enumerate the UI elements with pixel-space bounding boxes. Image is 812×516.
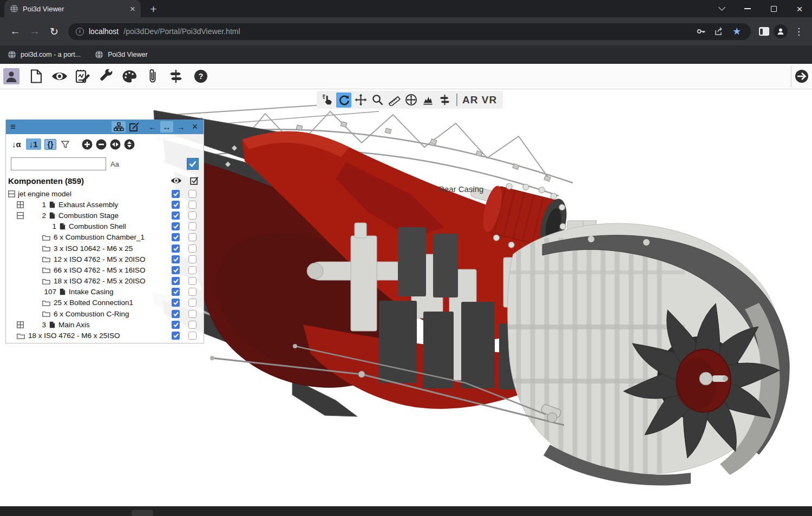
expand-all-button[interactable]	[82, 139, 93, 150]
visibility-checkbox[interactable]	[172, 288, 180, 296]
visibility-checkbox[interactable]	[172, 266, 180, 274]
site-info-icon[interactable]: i	[76, 28, 84, 36]
component-label[interactable]: 18 x ISO 4762 - M5 x 20ISO	[54, 277, 146, 285]
component-label[interactable]: Main Axis	[58, 321, 90, 329]
visibility-checkbox[interactable]	[172, 255, 180, 263]
selection-checkbox[interactable]	[188, 190, 197, 198]
dock-right-button[interactable]: →	[174, 121, 187, 133]
fit-view-tool[interactable]	[403, 92, 418, 108]
match-case-toggle[interactable]: Aa	[110, 160, 119, 168]
edit-mode-button[interactable]	[127, 121, 141, 133]
selection-checkbox[interactable]	[188, 332, 197, 340]
share-icon[interactable]	[712, 25, 725, 38]
viewport-3d[interactable]: Rear Casing	[0, 89, 812, 506]
visibility-checkbox[interactable]	[172, 211, 180, 220]
selection-checkbox[interactable]	[188, 244, 197, 253]
component-label[interactable]: 6 x Combustion Chamber_1	[54, 233, 145, 241]
fit-height-button[interactable]	[124, 139, 135, 150]
browser-menu-icon[interactable]: ⋮	[794, 26, 803, 37]
bookmark-poi3d-viewer[interactable]: Poi3d Viewer	[95, 50, 147, 59]
taskbar-button[interactable]	[132, 510, 153, 516]
tree-row[interactable]: 18 x ISO 4762 - M5 x 20ISO	[6, 276, 204, 287]
component-label[interactable]: 3 x ISO 10642 - M6 x 25	[54, 244, 133, 253]
visibility-checkbox[interactable]	[172, 332, 180, 340]
collapse-all-button[interactable]	[96, 139, 107, 150]
dock-left-button[interactable]: ←	[146, 121, 159, 133]
touch-tool[interactable]	[319, 92, 335, 108]
user-profile-button[interactable]	[3, 68, 19, 84]
settings-tool[interactable]	[437, 92, 452, 108]
visibility-checkbox[interactable]	[172, 233, 180, 241]
attachment-button[interactable]	[145, 68, 161, 84]
panel-close-button[interactable]: ×	[188, 121, 201, 133]
expand-icon[interactable]	[17, 201, 24, 208]
visibility-checkbox[interactable]	[172, 222, 180, 230]
appearance-button[interactable]	[121, 68, 137, 84]
sort-numeric-button[interactable]: ↓1	[26, 138, 41, 150]
tree-row[interactable]: 3Main Axis	[6, 319, 204, 330]
selection-checkbox[interactable]	[188, 233, 197, 241]
component-label[interactable]: 66 x ISO 4762 - M5 x 16ISO	[54, 266, 146, 274]
tree-view-button[interactable]	[112, 121, 126, 133]
tab-poi3d-viewer[interactable]: Poi3d Viewer ×	[4, 0, 141, 17]
back-button[interactable]: ←	[7, 23, 23, 39]
selection-checkbox[interactable]	[188, 211, 197, 220]
tree-row[interactable]: 12 x ISO 4762 - M5 x 20ISO	[6, 254, 204, 264]
visibility-button[interactable]	[51, 68, 68, 84]
component-label[interactable]: Combustion Stage	[58, 211, 119, 220]
zoom-tool[interactable]	[370, 92, 385, 108]
tree-row[interactable]: 1Combustion Shell	[6, 221, 204, 232]
address-bar[interactable]: i localhost /poi3dDev/Portal/Poi3dViewer…	[68, 23, 751, 40]
visibility-checkbox[interactable]	[172, 190, 180, 198]
panel-menu-icon[interactable]: ≡	[10, 122, 16, 131]
selection-checkbox[interactable]	[188, 266, 197, 274]
tree-row[interactable]: 1Exhaust Assembly	[6, 199, 204, 210]
visibility-checkbox[interactable]	[172, 201, 180, 209]
component-label[interactable]: 25 x Bolted Connection1	[54, 299, 133, 307]
collapse-icon[interactable]	[17, 212, 24, 219]
component-label[interactable]: 12 x ISO 4762 - M5 x 20ISO	[54, 255, 146, 263]
reload-button[interactable]: ↻	[46, 23, 62, 39]
selection-checkbox[interactable]	[188, 255, 197, 263]
help-button[interactable]: ?	[193, 68, 209, 84]
tree-row[interactable]: 6 x Combustion C-Ring	[6, 308, 204, 319]
collapse-icon[interactable]	[8, 190, 15, 197]
fit-width-button[interactable]	[110, 139, 121, 150]
selection-checkbox[interactable]	[188, 222, 197, 230]
selection-checkbox[interactable]	[188, 277, 197, 285]
selection-checkbox[interactable]	[188, 310, 197, 318]
tree-row[interactable]: 107Intake Casing	[6, 287, 204, 297]
visibility-checkbox[interactable]	[172, 244, 180, 253]
visibility-checkbox[interactable]	[172, 310, 180, 318]
component-label[interactable]: Intake Casing	[69, 288, 114, 296]
profile-avatar[interactable]	[774, 24, 788, 38]
component-label[interactable]: Exhaust Assembly	[58, 201, 118, 209]
selection-column-header[interactable]	[190, 176, 199, 187]
tools-button[interactable]	[98, 68, 114, 84]
explode-tool[interactable]	[420, 92, 435, 108]
window-close-button[interactable]: ×	[787, 0, 812, 17]
password-key-icon[interactable]	[695, 25, 708, 38]
bookmark-star-icon[interactable]: ★	[730, 25, 743, 38]
side-panel-icon[interactable]	[757, 25, 770, 38]
tree-row[interactable]: jet engine model	[6, 188, 204, 199]
tree-row[interactable]: 66 x ISO 4762 - M5 x 16ISO	[6, 264, 204, 275]
selection-checkbox[interactable]	[188, 299, 197, 307]
bookmark-poi3d-com[interactable]: poi3d.com - a port...	[8, 50, 81, 59]
rotate-tool[interactable]	[336, 92, 351, 108]
collapse-toolbar-button[interactable]	[794, 68, 810, 84]
component-label[interactable]: 18 x ISO 4762 - M6 x 25ISO	[28, 332, 120, 340]
component-label[interactable]: Combustion Shell	[69, 222, 126, 230]
component-label[interactable]: jet engine model	[18, 190, 71, 198]
tree-row[interactable]: 2Combustion Stage	[6, 210, 204, 221]
measure-tool[interactable]	[387, 92, 402, 108]
tree-row[interactable]: 18 x ISO 4762 - M6 x 25ISO	[6, 330, 204, 341]
pan-tool[interactable]	[353, 92, 368, 108]
selection-checkbox[interactable]	[188, 321, 197, 329]
group-braces-button[interactable]: {}	[44, 139, 57, 150]
filter-button[interactable]	[61, 140, 70, 149]
forward-button[interactable]: →	[27, 23, 43, 39]
tab-close-icon[interactable]: ×	[130, 4, 135, 14]
tree-row[interactable]: 6 x Combustion Chamber_1	[6, 232, 204, 243]
selection-checkbox[interactable]	[188, 201, 197, 209]
